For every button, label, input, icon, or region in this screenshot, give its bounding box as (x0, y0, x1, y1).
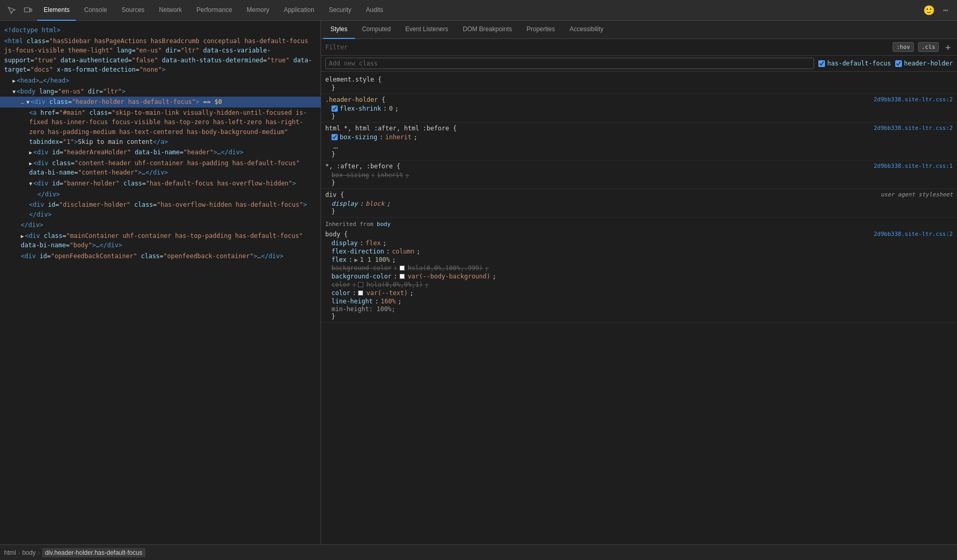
flex-prop: flex : ▶ 1 1 100% ; (325, 256, 953, 264)
html-star-closing: } (325, 151, 953, 158)
color-1-swatch[interactable] (358, 282, 363, 287)
dom-div-content-header[interactable]: ▶<div class="content-header uhf-containe… (0, 158, 321, 178)
tab-memory[interactable]: Memory (241, 0, 275, 21)
tab-properties[interactable]: Properties (519, 21, 562, 39)
toolbar: Elements Console Sources Network Perform… (0, 0, 957, 21)
div-ua-closing: } (325, 208, 953, 215)
tab-application[interactable]: Application (277, 0, 321, 21)
color-2-swatch[interactable] (358, 290, 363, 296)
class-chip-1: has-default-focus (818, 60, 891, 67)
inherited-body-link[interactable]: body (377, 221, 391, 228)
header-holder-source[interactable]: 2d9bb338.site-ltr.css:2 (874, 96, 953, 103)
tab-event-listeners[interactable]: Event Listeners (398, 21, 456, 39)
header-holder-closing: } (325, 113, 953, 120)
header-holder-selector: .header-holder { (325, 96, 386, 103)
element-style-closing: } (325, 84, 953, 91)
main-layout: <!doctype html> <html class="hasSidebar … (0, 21, 957, 544)
star-after-selector-row: *, :after, :before { 2d9bb338.site-ltr.c… (325, 163, 953, 170)
color-2-prop: color : var(--text) ; (325, 289, 953, 297)
add-style-button[interactable]: + (943, 42, 953, 52)
tab-accessibility[interactable]: Accessibility (562, 21, 610, 39)
box-sizing-1-prop: box-sizing : inherit ; (325, 133, 953, 141)
styles-tabs: Styles Computed Event Listeners DOM Brea… (321, 21, 957, 39)
more-options-icon[interactable]: ⋯ (939, 3, 953, 17)
tab-security[interactable]: Security (323, 0, 357, 21)
dom-head[interactable]: ▶<head>…</head> (0, 75, 321, 86)
star-after-selector: *, :after, :before { (325, 163, 401, 170)
tab-styles[interactable]: Styles (323, 21, 355, 39)
tab-performance[interactable]: Performance (190, 0, 238, 21)
body-source[interactable]: 2d9bb338.site-ltr.css:2 (874, 231, 953, 237)
dom-div-header-close[interactable]: </div> (0, 220, 321, 231)
body-selector-row: body { 2d9bb338.site-ltr.css:2 (325, 231, 953, 238)
div-ua-block: div { user agent stylesheet display : bl… (321, 189, 957, 218)
dom-div-banner-close[interactable]: </div> (0, 189, 321, 200)
dom-panel[interactable]: <!doctype html> <html class="hasSidebar … (0, 21, 321, 544)
dom-div-banner-holder[interactable]: ▼<div id="banner-holder" class="has-defa… (0, 178, 321, 189)
dom-doctype[interactable]: <!doctype html> (0, 25, 321, 36)
class-chip-2: header-holder (895, 60, 953, 67)
styles-content[interactable]: element.style { } .header-holder { 2d9bb… (321, 72, 957, 544)
dom-body[interactable]: ▼<body lang="en-us" dir="ltr"> (0, 86, 321, 97)
feedback-icon[interactable]: 🙂 (921, 3, 937, 18)
class-label-2[interactable]: header-holder (904, 60, 953, 67)
dom-div-main-container[interactable]: ▶<div class="mainContainer uhf-container… (0, 231, 321, 251)
device-icon[interactable] (21, 3, 35, 18)
tab-sources[interactable]: Sources (115, 0, 151, 21)
html-star-source[interactable]: 2d9bb338.site-ltr.css:2 (874, 125, 953, 131)
filter-input[interactable] (325, 44, 888, 51)
element-style-selector-row: element.style { (325, 76, 953, 83)
svg-rect-1 (30, 9, 32, 11)
bc-body[interactable]: body (22, 549, 36, 556)
tab-console[interactable]: Console (78, 0, 113, 21)
hov-button[interactable]: :hov (893, 42, 914, 52)
element-style-block: element.style { } (321, 74, 957, 94)
body-closing: } (325, 313, 953, 320)
display-block-prop: display : block ; (325, 199, 953, 208)
tab-dom-breakpoints[interactable]: DOM Breakpoints (456, 21, 520, 39)
tab-audits[interactable]: Audits (360, 0, 389, 21)
bc-div-header-holder[interactable]: div.header-holder.has-default-focus (42, 548, 145, 557)
inherited-label: Inherited from body (321, 218, 957, 229)
body-selector: body { (325, 231, 348, 238)
filter-row: :hov .cls + (321, 39, 957, 56)
body-block: body { 2d9bb338.site-ltr.css:2 display :… (321, 229, 957, 323)
star-after-source[interactable]: 2d9bb338.site-ltr.css:1 (874, 163, 953, 169)
flex-direction-prop: flex-direction : column ; (325, 247, 953, 256)
line-height-prop: line-height : 160% ; (325, 297, 953, 305)
bg-color-2-prop: background-color : var(--body-background… (325, 272, 953, 281)
body-min-height-hint: min-height: 100%; (325, 305, 953, 313)
breadcrumb: html › body › div.header-holder.has-defa… (0, 544, 957, 560)
box-sizing-1-checkbox[interactable] (331, 134, 338, 140)
star-after-block: *, :after, :before { 2d9bb338.site-ltr.c… (321, 161, 957, 189)
flex-shrink-prop: flex-shrink : 0 ; (325, 104, 953, 113)
tab-elements[interactable]: Elements (37, 0, 76, 21)
class-input[interactable] (325, 58, 814, 69)
dom-div-header-area[interactable]: ▶<div id="headerAreaHolder" data-bi-name… (0, 147, 321, 158)
tab-computed[interactable]: Computed (355, 21, 398, 39)
flex-shrink-checkbox[interactable] (331, 105, 338, 112)
svg-rect-0 (24, 8, 30, 12)
class-label-1[interactable]: has-default-focus (827, 60, 891, 67)
tab-network[interactable]: Network (153, 0, 188, 21)
box-sizing-2-prop: box-sizing : inherit ; (325, 171, 953, 179)
dom-div-header-holder[interactable]: …▼<div class="header-holder has-default-… (0, 97, 321, 108)
dom-div-feedback[interactable]: <div id="openFeedbackContainer" class="o… (0, 251, 321, 262)
cls-button[interactable]: .cls (918, 42, 939, 52)
element-style-selector: element.style { (325, 76, 381, 83)
user-agent-label: user agent stylesheet (881, 191, 953, 198)
class-checkbox-2[interactable] (895, 60, 902, 67)
dom-div-disclaimer-holder[interactable]: <div id="disclaimer-holder" class="has-o… (0, 199, 321, 220)
class-row: has-default-focus header-holder (321, 56, 957, 72)
class-checkbox-1[interactable] (818, 60, 825, 67)
dom-a-skip[interactable]: <a href="#main" class="skip-to-main-link… (0, 108, 321, 147)
bg-color-2-swatch[interactable] (400, 274, 405, 279)
display-flex-prop: display : flex ; (325, 239, 953, 247)
bg-color-1-swatch[interactable] (400, 265, 405, 271)
bg-color-1-prop: background-color : hsla(0,0%,100%,.999) … (325, 264, 953, 272)
color-1-prop: color : hsla(0,0%,9%,1) ; (325, 281, 953, 289)
bc-html[interactable]: html (4, 549, 16, 556)
header-holder-selector-row: .header-holder { 2d9bb338.site-ltr.css:2 (325, 96, 953, 103)
dom-html[interactable]: <html class="hasSidebar hasPageActions h… (0, 36, 321, 75)
cursor-icon[interactable] (4, 3, 19, 18)
